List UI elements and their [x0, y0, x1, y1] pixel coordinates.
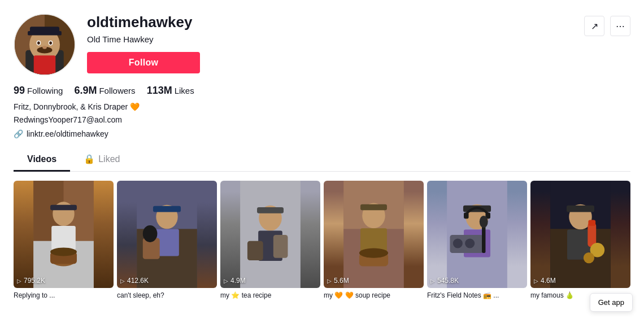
- tabs-row: Videos 🔒 Liked: [14, 147, 630, 172]
- svg-point-52: [480, 216, 488, 228]
- tab-videos-label: Videos: [27, 154, 56, 164]
- svg-point-9: [49, 41, 52, 45]
- svg-point-28: [143, 225, 158, 242]
- svg-point-21: [50, 247, 77, 256]
- stats-row: 99 Following 6.9M Followers 113M Likes: [14, 85, 630, 97]
- following-count: 99: [14, 85, 25, 97]
- video-views-overlay: ▷412.6K: [120, 277, 149, 285]
- video-views-overlay: ▷4.9M: [224, 277, 246, 285]
- likes-label: Likes: [175, 86, 194, 95]
- video-thumb-3: ▷4.9M: [220, 181, 320, 288]
- profile-link[interactable]: linktr.ee/oldtimehawkey: [27, 129, 108, 138]
- profile-link-row: 🔗 linktr.ee/oldtimehawkey: [14, 129, 630, 138]
- video-caption: my ⭐ tea recipe: [220, 291, 320, 300]
- video-item[interactable]: ▷5.6Mmy 🧡 🧡 soup recipe: [324, 181, 424, 300]
- view-count: 5.6M: [334, 277, 349, 285]
- profile-header: oldtimehawkey Old Time Hawkey Follow: [14, 14, 200, 76]
- play-icon: ▷: [430, 278, 435, 284]
- view-count: 795.2K: [24, 277, 45, 285]
- video-item[interactable]: ▷4.9Mmy ⭐ tea recipe: [220, 181, 320, 300]
- likes-stat[interactable]: 113M Likes: [147, 85, 194, 97]
- video-views-overlay: ▷545.8K: [430, 277, 459, 285]
- followers-stat[interactable]: 6.9M Followers: [74, 85, 135, 97]
- profile-section: oldtimehawkey Old Time Hawkey Follow ↗ ⋯…: [0, 0, 644, 172]
- video-item[interactable]: ▷545.8KFritz's Field Notes 📻 ...: [427, 181, 527, 300]
- header-actions: ↗ ⋯: [584, 16, 630, 36]
- tab-liked-label: Liked: [98, 154, 120, 164]
- play-icon: ▷: [534, 278, 538, 284]
- followers-label: Followers: [99, 86, 135, 95]
- video-thumb-6: ▷4.6M: [530, 181, 630, 288]
- svg-rect-34: [273, 235, 288, 258]
- avatar: [14, 14, 76, 76]
- svg-rect-18: [51, 226, 76, 250]
- svg-rect-5: [28, 31, 62, 36]
- following-label: Following: [27, 86, 63, 95]
- more-icon: ⋯: [616, 21, 625, 32]
- view-count: 412.6K: [127, 277, 149, 285]
- username: oldtimehawkey: [87, 14, 200, 31]
- view-count: 4.6M: [541, 277, 556, 285]
- display-name: Old Time Hawkey: [87, 33, 200, 45]
- play-icon: ▷: [224, 278, 228, 284]
- svg-rect-31: [257, 207, 284, 213]
- share-icon: ↗: [591, 21, 598, 32]
- share-button[interactable]: ↗: [584, 16, 604, 36]
- tab-videos[interactable]: Videos: [14, 148, 70, 172]
- svg-point-8: [37, 41, 40, 45]
- videos-grid: ▷795.2KReplying to ... ▷412.6Kcan't slee…: [0, 172, 644, 309]
- video-thumb-2: ▷412.6K: [117, 181, 217, 288]
- play-icon: ▷: [327, 278, 332, 284]
- follow-button[interactable]: Follow: [87, 52, 200, 73]
- video-views-overlay: ▷4.6M: [534, 277, 556, 285]
- video-item[interactable]: ▷412.6Kcan't sleep, eh?: [117, 181, 217, 300]
- svg-point-49: [453, 238, 463, 248]
- profile-info: oldtimehawkey Old Time Hawkey Follow: [87, 14, 200, 73]
- profile-top-row: oldtimehawkey Old Time Hawkey Follow ↗ ⋯: [14, 14, 630, 85]
- svg-rect-56: [567, 206, 594, 212]
- bio-line-2: RedwingsYooper717@aol.com: [14, 114, 630, 126]
- video-thumb-1: ▷795.2K: [14, 181, 114, 288]
- svg-point-11: [42, 46, 47, 49]
- video-caption: Replying to ...: [14, 291, 114, 300]
- video-thumb-5: ▷545.8K: [427, 181, 527, 288]
- video-item[interactable]: ▷795.2KReplying to ...: [14, 181, 114, 300]
- svg-point-41: [359, 248, 388, 258]
- video-views-overlay: ▷795.2K: [17, 277, 45, 285]
- svg-point-61: [584, 252, 594, 263]
- video-thumb-4: ▷5.6M: [324, 181, 424, 288]
- svg-rect-33: [247, 241, 263, 260]
- tab-liked[interactable]: 🔒 Liked: [70, 148, 133, 172]
- get-app-button[interactable]: Get app: [590, 293, 633, 312]
- svg-point-50: [465, 238, 475, 248]
- play-icon: ▷: [120, 278, 125, 284]
- video-caption: Fritz's Field Notes 📻 ...: [427, 291, 527, 300]
- view-count: 545.8K: [437, 277, 459, 285]
- video-caption: my 🧡 🧡 soup recipe: [324, 291, 424, 300]
- svg-rect-38: [360, 204, 387, 211]
- following-stat[interactable]: 99 Following: [14, 85, 63, 97]
- followers-count: 6.9M: [74, 85, 97, 97]
- video-views-overlay: ▷5.6M: [327, 277, 349, 285]
- svg-rect-17: [50, 205, 77, 211]
- svg-rect-45: [464, 213, 469, 219]
- play-icon: ▷: [17, 278, 21, 284]
- link-icon: 🔗: [14, 129, 23, 138]
- lock-icon: 🔒: [84, 154, 95, 164]
- bio-line-1: Fritz, Donnybrook, & Kris Draper 🧡: [14, 101, 630, 113]
- svg-rect-59: [588, 220, 595, 226]
- svg-rect-12: [34, 55, 56, 75]
- svg-rect-25: [153, 206, 181, 212]
- video-item[interactable]: ▷4.6Mmy famous 🍐: [530, 181, 630, 300]
- video-caption: can't sleep, eh?: [117, 291, 217, 300]
- view-count: 4.9M: [230, 277, 246, 285]
- likes-count: 113M: [147, 85, 172, 97]
- more-button[interactable]: ⋯: [610, 16, 630, 36]
